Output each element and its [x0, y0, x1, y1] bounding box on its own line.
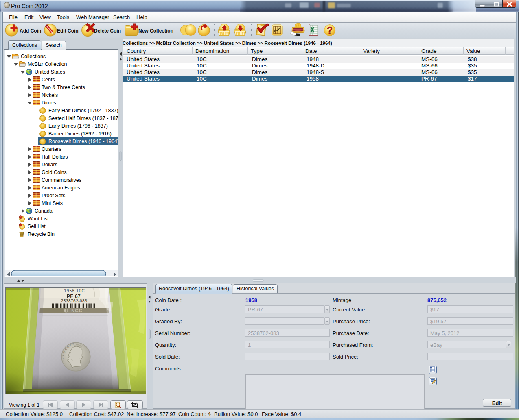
svg-text:?: ?: [327, 25, 333, 36]
